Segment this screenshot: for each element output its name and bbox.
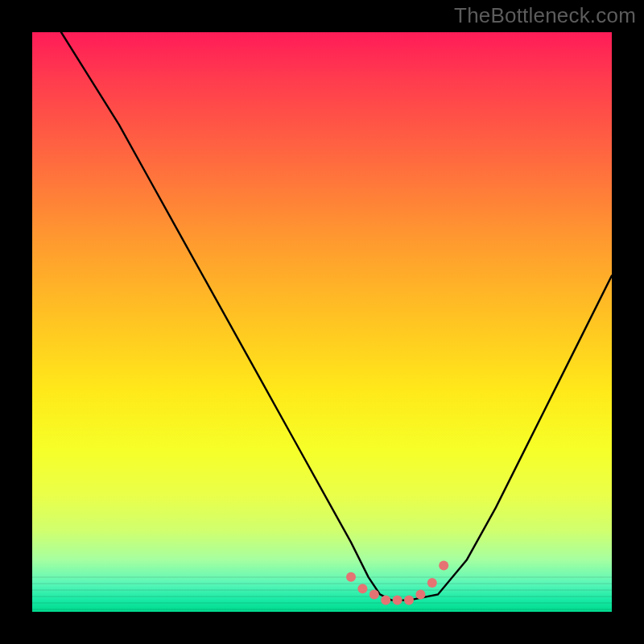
chart-frame: TheBottleneck.com [0, 0, 644, 644]
highlight-marker [346, 572, 356, 582]
highlight-marker [439, 560, 448, 570]
highlight-markers [346, 560, 448, 605]
chart-svg [32, 32, 612, 612]
highlight-marker [404, 596, 414, 605]
bottleneck-curve [61, 32, 612, 601]
highlight-marker [427, 578, 437, 588]
plot-area [32, 32, 612, 612]
highlight-marker [357, 584, 367, 593]
highlight-marker [381, 596, 390, 605]
highlight-marker [369, 589, 379, 599]
watermark-text: TheBottleneck.com [454, 3, 636, 28]
highlight-marker [393, 596, 402, 605]
highlight-marker [415, 589, 425, 599]
